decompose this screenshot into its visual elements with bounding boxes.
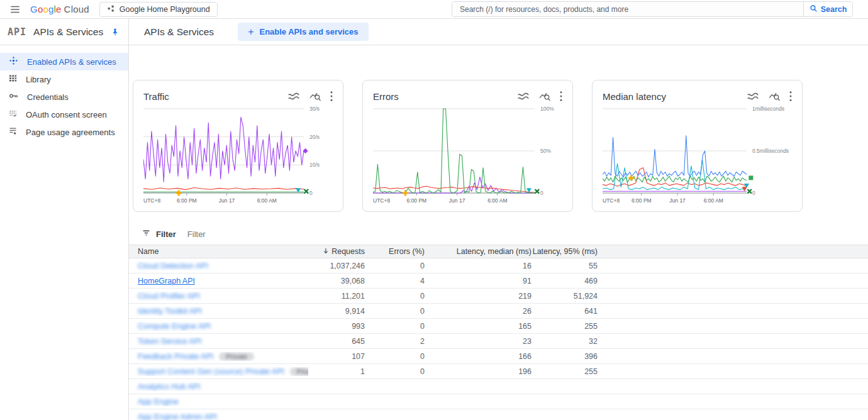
cell-latency-95: 641 xyxy=(531,307,598,316)
column-header-errors[interactable]: Errors (%) xyxy=(365,247,425,256)
card-title: Traffic xyxy=(143,91,169,102)
cell-requests: 1 xyxy=(308,367,365,376)
errors-chart: 100%50%0UTC+86:00 PMJun 176:00 AM xyxy=(373,105,564,209)
cell-latency-95: 469 xyxy=(531,277,598,285)
cell-latency-median: 23 xyxy=(425,337,531,346)
sidebar-item-oauth-consent[interactable]: OAuth consent screen xyxy=(0,106,128,123)
search-input[interactable] xyxy=(452,2,803,16)
cell-requests: 107 xyxy=(308,352,365,361)
sidebar-item-library[interactable]: Library xyxy=(0,70,128,88)
filter-input[interactable] xyxy=(186,229,375,240)
errors-card: Errors 100%50%0UTC+86:00 PMJun 176:00 AM xyxy=(362,80,573,212)
column-header-name[interactable]: Name xyxy=(129,247,308,256)
plus-icon: + xyxy=(248,26,253,38)
cell-latency-95: 32 xyxy=(531,337,598,346)
table-row[interactable]: App Engine Admin API xyxy=(129,409,868,420)
topbar: Google Cloud Google Home Playground Sear… xyxy=(0,0,868,19)
api-name-link[interactable]: App Engine Admin API xyxy=(138,412,217,420)
explore-data-icon[interactable] xyxy=(769,91,780,101)
search-bar: Search xyxy=(452,1,853,17)
cell-latency-95: 255 xyxy=(531,367,598,376)
api-name-link[interactable]: Analytics Hub API xyxy=(138,382,200,391)
search-button[interactable]: Search xyxy=(803,2,852,16)
api-name-link[interactable]: HomeGraph API xyxy=(138,277,195,285)
svg-text:6:00 AM: 6:00 AM xyxy=(487,197,507,204)
chart-type-icon[interactable] xyxy=(517,92,530,101)
project-icon xyxy=(107,4,115,14)
cell-errors: 0 xyxy=(365,262,425,270)
svg-text:Jun 17: Jun 17 xyxy=(669,197,686,204)
median-latency-card: Median latency 1milliseconds0.5milliseco… xyxy=(592,80,803,212)
svg-text:20/s: 20/s xyxy=(309,134,320,140)
svg-text:0: 0 xyxy=(540,190,543,196)
agreements-gear-icon xyxy=(8,126,18,138)
sort-descending-icon xyxy=(322,247,330,257)
sidebar-item-credentials[interactable]: Credentials xyxy=(0,88,128,106)
svg-text:6:00 AM: 6:00 AM xyxy=(704,197,723,204)
cell-errors: 2 xyxy=(365,337,425,346)
api-name-link[interactable]: Cloud Profiler API xyxy=(138,292,200,301)
api-product-icon: API xyxy=(8,26,26,38)
table-row[interactable]: Feedback Private APIPrivate1070166396 xyxy=(129,349,868,364)
cell-errors: 0 xyxy=(365,322,425,331)
table-row[interactable]: Cloud Detection API1,037,24601655 xyxy=(129,258,868,274)
table-row[interactable]: HomeGraph API39,068491469 xyxy=(129,274,868,289)
svg-text:100%: 100% xyxy=(540,106,554,112)
svg-text:1milliseconds: 1milliseconds xyxy=(752,106,784,112)
consent-screen-icon xyxy=(8,109,18,120)
api-name-link[interactable]: Cloud Detection API xyxy=(138,262,208,270)
svg-text:UTC+8: UTC+8 xyxy=(603,197,620,204)
api-name-link[interactable]: Support Content Gen (source) Private API xyxy=(138,367,284,376)
project-picker-button[interactable]: Google Home Playground xyxy=(99,2,218,17)
table-row[interactable]: Token Service API64522332 xyxy=(129,334,868,349)
pin-icon[interactable] xyxy=(111,28,120,36)
table-header-row: Name Requests Errors (%) Latency, median… xyxy=(129,245,868,258)
api-name-link[interactable]: Identity Toolkit API xyxy=(138,307,202,316)
private-badge: Private xyxy=(219,352,254,361)
svg-text:0.5milliseconds: 0.5milliseconds xyxy=(752,148,789,154)
cell-errors: 0 xyxy=(365,307,425,316)
api-name-link[interactable]: App Engine xyxy=(138,397,179,406)
api-name-link[interactable]: Compute Engine API xyxy=(138,322,211,331)
table-row[interactable]: Identity Toolkit API9,914026641 xyxy=(129,304,868,319)
column-header-latency-95[interactable]: Latency, 95% (ms) xyxy=(531,247,598,256)
menu-icon[interactable] xyxy=(6,1,24,18)
cell-latency-median: 165 xyxy=(425,322,531,331)
cell-latency-median: 26 xyxy=(425,307,531,316)
more-options-icon[interactable] xyxy=(330,91,333,101)
traffic-card: Traffic 30/s20/s10/s0UTC+86:00 PMJun 176… xyxy=(133,80,343,212)
column-header-latency-median[interactable]: Latency, median (ms) xyxy=(425,247,531,256)
cell-errors: 0 xyxy=(365,292,425,301)
svg-text:UTC+8: UTC+8 xyxy=(373,197,390,204)
sidebar-item-enabled-apis[interactable]: Enabled APIs & services xyxy=(0,53,128,70)
api-name-link[interactable]: Token Service API xyxy=(138,337,201,346)
chart-type-icon[interactable] xyxy=(747,92,759,101)
more-options-icon[interactable] xyxy=(560,91,562,101)
cloud-logo-text: Cloud xyxy=(64,4,89,14)
cell-latency-95: 396 xyxy=(531,352,598,361)
cell-latency-median: 166 xyxy=(425,352,531,361)
cell-errors: 4 xyxy=(365,277,425,285)
table-row[interactable]: App Engine xyxy=(129,394,868,409)
api-name-link[interactable]: Feedback Private API xyxy=(138,352,213,361)
explore-data-icon[interactable] xyxy=(539,91,550,101)
sidebar-item-page-usage-agreements[interactable]: Page usage agreements xyxy=(0,123,128,141)
table-row[interactable]: Analytics Hub API xyxy=(129,379,868,394)
table-row[interactable]: Compute Engine API9930165255 xyxy=(129,319,868,334)
chart-type-icon[interactable] xyxy=(287,92,300,101)
table-row[interactable]: Support Content Gen (source) Private API… xyxy=(129,364,868,379)
svg-text:Jun 17: Jun 17 xyxy=(449,197,465,204)
explore-data-icon[interactable] xyxy=(309,91,321,101)
apis-table: Name Requests Errors (%) Latency, median… xyxy=(129,245,868,420)
column-header-requests[interactable]: Requests xyxy=(308,247,365,257)
page-header: APIs & Services + Enable APIs and servic… xyxy=(129,19,868,45)
cell-requests: 39,068 xyxy=(308,277,365,285)
sidebar-item-label: Enabled APIs & services xyxy=(27,57,116,67)
more-options-icon[interactable] xyxy=(789,91,792,101)
svg-text:6:00 PM: 6:00 PM xyxy=(177,197,197,204)
svg-text:6:00 PM: 6:00 PM xyxy=(407,197,427,204)
enable-apis-button[interactable]: + Enable APIs and services xyxy=(238,23,368,41)
product-title: APIs & Services xyxy=(33,26,103,38)
svg-text:10/s: 10/s xyxy=(309,162,320,168)
table-row[interactable]: Cloud Profiler API11,201021951,924 xyxy=(129,289,868,304)
